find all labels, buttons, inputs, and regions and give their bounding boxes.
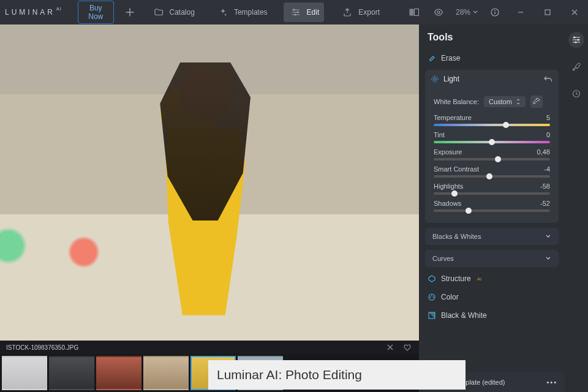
svg-point-5 — [437, 11, 440, 13]
tool-color-label: Color — [441, 293, 459, 301]
slider-label: Shadows — [434, 200, 461, 207]
tool-bw-label: Black & White — [441, 311, 487, 320]
subpanel-curves[interactable]: Curves — [425, 250, 559, 267]
tool-erase[interactable]: Erase — [419, 49, 565, 67]
window-minimize[interactable] — [512, 4, 529, 21]
slider-knob[interactable] — [451, 190, 458, 197]
nav-edit-label: Edit — [307, 8, 320, 17]
rail-brush-icon[interactable] — [568, 59, 584, 75]
tool-structure[interactable]: Structure AI — [419, 270, 565, 288]
slider-knob[interactable] — [466, 208, 472, 214]
svg-point-11 — [431, 295, 432, 296]
slider-value: -58 — [540, 183, 550, 190]
tool-black-white[interactable]: Black & White — [419, 306, 565, 325]
slider-value: -4 — [544, 165, 550, 173]
sliders-icon — [288, 5, 303, 20]
slider-track[interactable] — [434, 175, 550, 178]
subpanel-blacks-whites[interactable]: Blacks & Whites — [425, 228, 559, 245]
favorite-icon[interactable] — [402, 342, 413, 353]
reject-icon[interactable] — [385, 342, 396, 353]
nav-templates[interactable]: Templates — [211, 2, 273, 22]
nav-catalog-label: Catalog — [170, 8, 195, 17]
slider-track[interactable] — [434, 209, 550, 212]
app-name: LUMINAR — [5, 8, 55, 17]
svg-point-13 — [430, 296, 431, 298]
window-close[interactable] — [566, 4, 583, 21]
slider-label: Highlights — [434, 183, 463, 190]
zoom-value: 28% — [456, 8, 470, 17]
nav-catalog[interactable]: Catalog — [146, 2, 200, 22]
caption-text: Luminar AI: Photo Editing — [217, 368, 362, 382]
svg-rect-3 — [409, 9, 413, 16]
slider-value: 0,48 — [537, 148, 550, 156]
window-maximize[interactable] — [539, 4, 556, 21]
wb-select[interactable]: Custom — [484, 96, 526, 107]
photo-preview — [0, 24, 419, 341]
tools-header: Tools — [419, 32, 565, 49]
rail-history-icon[interactable] — [568, 86, 584, 102]
tools-title: Tools — [428, 32, 453, 43]
svg-point-0 — [293, 9, 295, 11]
thumbnail[interactable] — [143, 356, 189, 390]
info-icon[interactable] — [488, 5, 502, 20]
svg-point-2 — [294, 14, 296, 16]
nav-edit[interactable]: Edit — [284, 2, 325, 22]
white-balance-row: White Balance: Custom — [434, 96, 550, 108]
side-panel: Tools Erase Light — [419, 24, 588, 392]
tool-erase-label: Erase — [441, 54, 460, 62]
template-menu-button[interactable]: ••• — [546, 379, 557, 386]
svg-point-15 — [574, 37, 576, 39]
svg-point-1 — [296, 12, 298, 13]
slider-label: Tint — [434, 131, 445, 138]
eye-icon[interactable] — [431, 5, 446, 20]
nav-templates-label: Templates — [234, 8, 268, 17]
panel-light-header[interactable]: Light — [425, 70, 559, 88]
color-icon — [428, 293, 436, 301]
undo-icon[interactable] — [544, 75, 552, 83]
erase-icon — [428, 54, 436, 62]
app-logo: LUMINAR AI — [5, 8, 62, 17]
eyedropper-button[interactable] — [530, 96, 543, 108]
nav-export-label: Export — [358, 8, 380, 17]
thumbnail[interactable] — [96, 356, 141, 390]
wb-value: Custom — [489, 98, 512, 105]
slider-shadows: Shadows-52 — [434, 200, 550, 212]
chevron-down-icon — [545, 234, 551, 239]
light-icon — [431, 75, 439, 83]
export-icon — [340, 5, 355, 20]
subpanel-label: Blacks & Whites — [432, 233, 481, 240]
wb-label: White Balance: — [434, 98, 479, 105]
top-bar: LUMINAR AI Buy Now Catalog Templates Edi… — [0, 0, 588, 24]
rail-adjust-icon[interactable] — [568, 32, 584, 48]
thumbnail[interactable] — [49, 356, 94, 390]
nav-export[interactable]: Export — [335, 2, 385, 22]
slider-track[interactable] — [434, 158, 550, 160]
svg-rect-4 — [414, 9, 418, 16]
slider-track[interactable] — [434, 192, 550, 195]
thumbnail[interactable] — [2, 356, 47, 390]
buy-now-button[interactable]: Buy Now — [78, 1, 114, 24]
chevron-down-icon — [545, 256, 551, 261]
compare-icon[interactable] — [407, 5, 421, 20]
slider-knob[interactable] — [495, 156, 501, 162]
slider-track[interactable] — [434, 141, 550, 143]
svg-point-7 — [494, 10, 496, 11]
svg-point-16 — [578, 39, 579, 41]
canvas-column: ISTOCK-1098376350.JPG Luminar AI: Photo … — [0, 24, 419, 392]
select-arrows-icon — [516, 99, 521, 105]
slider-knob[interactable] — [486, 173, 492, 179]
photo-canvas[interactable] — [0, 24, 419, 341]
svg-rect-8 — [545, 10, 550, 15]
slider-knob[interactable] — [489, 139, 495, 145]
svg-point-12 — [433, 296, 434, 298]
file-name: ISTOCK-1098376350.JPG — [6, 344, 78, 351]
slider-value: -52 — [540, 200, 550, 207]
add-icon[interactable] — [125, 5, 135, 20]
chevron-down-icon — [473, 10, 478, 14]
slider-contrast: Smart Contrast-4 — [434, 165, 550, 178]
slider-knob[interactable] — [503, 122, 509, 128]
tools-column: Tools Erase Light — [419, 24, 565, 392]
slider-track[interactable] — [434, 124, 550, 126]
tool-color[interactable]: Color — [419, 288, 565, 306]
zoom-dropdown[interactable]: 28% — [456, 8, 478, 17]
